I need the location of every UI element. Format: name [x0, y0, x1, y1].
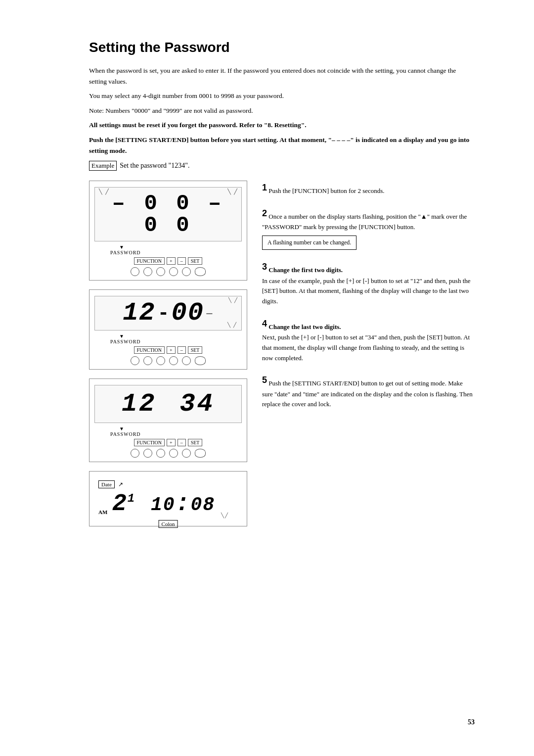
set-btn-2: SET — [188, 346, 203, 354]
step-4-number: 4 — [262, 319, 267, 329]
circles-row-1 — [94, 267, 242, 276]
display-digits-3b: 34 — [180, 391, 215, 417]
diag-right-2: ╲ ╱ — [228, 297, 237, 303]
circle-3f — [195, 449, 206, 458]
circle-1c — [156, 267, 165, 276]
am-label: AM — [98, 509, 107, 515]
password-label-3: PASSWORD — [94, 431, 242, 437]
step-3-text: In case of the example, push the [+] or … — [262, 277, 471, 305]
circle-1b — [143, 267, 152, 276]
diag-left-1: ╲ ╱ — [99, 189, 109, 195]
display-digits-2a: 12 — [123, 300, 155, 326]
step-5: 5 Push the [SETTING START/END] button to… — [262, 373, 475, 410]
example-label: Example — [89, 161, 117, 171]
plus-btn-1: + — [167, 257, 176, 265]
flashing-note: A flashing number can be changed. — [262, 236, 356, 250]
step-3: 3 Change the first two digits. In case o… — [262, 260, 475, 307]
password-arrow-1: ▼ — [94, 244, 242, 250]
diag-bottom-2: ╲ ╱ — [227, 322, 236, 328]
circle-3d — [169, 449, 178, 458]
display-dash-2: – — [205, 306, 214, 321]
circle-2a — [131, 356, 139, 365]
step-5-number: 5 — [262, 375, 267, 385]
circle-2b — [143, 356, 152, 365]
display-digits-3a: 12 — [122, 391, 156, 417]
panel-4: Date ↗ AM 21 10:08 ╲ ╱ Colon — [89, 471, 247, 526]
function-btn-3: FUNCTION — [134, 439, 165, 446]
step-4-title: Change the last two digits. — [268, 323, 341, 331]
diag-p4: ╲ ╱ — [221, 513, 228, 518]
page-title: Setting the Password — [89, 40, 475, 55]
step-2-text: Once a number on the display starts flas… — [262, 213, 467, 231]
display-digits-1: – 0 0 – 0 0 — [97, 192, 239, 236]
function-btn-2: FUNCTION — [134, 346, 165, 354]
circle-3c — [156, 449, 165, 458]
set-btn-1: SET — [188, 257, 203, 265]
plus-btn-3: + — [167, 439, 176, 446]
circle-2d — [169, 356, 178, 365]
intro-para-2: You may select any 4-digit number from 0… — [89, 91, 475, 101]
step-3-title: Change the first two digits. — [268, 267, 343, 274]
circle-1a — [131, 267, 139, 276]
circle-1f — [195, 267, 206, 276]
panel-2: ╲ ╱ 12 - 00 – ╲ ╱ ▼ PASSWORD FUNCTION + … — [89, 289, 247, 370]
step-3-number: 3 — [262, 262, 267, 272]
password-label-1: PASSWORD — [94, 250, 242, 255]
circle-2f — [195, 356, 206, 365]
display-screen-1: ╲ ╱ ╲ ╱ – 0 0 – 0 0 — [94, 187, 242, 241]
password-label-2: PASSWORD — [94, 339, 242, 344]
colon-label: Colon — [159, 520, 178, 528]
step-1-number: 1 — [262, 183, 267, 192]
plus-btn-2: + — [167, 346, 176, 354]
step-1-text: Push the [FUNCTION] button for 2 seconds… — [268, 187, 384, 194]
step-4: 4 Change the last two digits. Next, push… — [262, 317, 475, 364]
display-screen-2: ╲ ╱ 12 - 00 – ╲ ╱ — [94, 296, 242, 331]
panel-3: 12 34 ▼ PASSWORD FUNCTION + – SET — [89, 378, 247, 462]
minus-btn-2: – — [178, 346, 186, 354]
minus-btn-3: – — [178, 439, 186, 446]
display-space-3 — [160, 389, 176, 419]
display-digits-2b: 00 — [172, 300, 204, 326]
set-btn-3: SET — [188, 439, 203, 446]
example-line: Example Set the password "1234". — [89, 161, 475, 171]
content-area: ╲ ╱ ╲ ╱ – 0 0 – 0 0 ▼ PASSWORD FUNCTION … — [89, 181, 475, 535]
step-2: 2 Once a number on the display starts fl… — [262, 206, 475, 250]
intro-para-3: Note: Numbers "0000" and "9999" are not … — [89, 105, 475, 116]
circle-2e — [182, 356, 191, 365]
step-2-number: 2 — [262, 208, 267, 218]
page-container: Setting the Password When the password i… — [0, 0, 534, 575]
circle-1e — [182, 267, 191, 276]
circles-row-2 — [94, 356, 242, 365]
password-arrow-3: ▼ — [94, 426, 242, 431]
left-column: ╲ ╱ ╲ ╱ – 0 0 – 0 0 ▼ PASSWORD FUNCTION … — [89, 181, 247, 535]
bold-note-1: All settings must be reset if you forget… — [89, 120, 475, 131]
datetime-display: 21 10:08 — [98, 490, 215, 517]
display-sep-2: - — [158, 302, 170, 325]
display-screen-3: 12 34 — [94, 385, 242, 423]
button-row-2: FUNCTION + – SET — [94, 346, 242, 354]
step-4-text: Next, push the [+] or [-] button to set … — [262, 333, 470, 362]
diag-right-1: ╲ ╱ — [227, 189, 237, 195]
circles-row-3 — [94, 449, 242, 458]
date-arrow: ↗ — [118, 481, 123, 488]
button-row-3: FUNCTION + – SET — [94, 439, 242, 446]
panel-1: ╲ ╱ ╲ ╱ – 0 0 – 0 0 ▼ PASSWORD FUNCTION … — [89, 181, 247, 281]
circle-3b — [143, 449, 152, 458]
step-1: 1 Push the [FUNCTION] button for 2 secon… — [262, 181, 475, 196]
bold-note-2: Push the [SETTING START/END] button befo… — [89, 135, 475, 156]
example-text: Set the password "1234". — [120, 162, 189, 170]
circle-3a — [131, 449, 139, 458]
circle-1d — [169, 267, 178, 276]
function-btn-1: FUNCTION — [134, 257, 165, 265]
circle-3e — [182, 449, 191, 458]
password-arrow-2: ▼ — [94, 333, 242, 339]
right-column: 1 Push the [FUNCTION] button for 2 secon… — [262, 181, 475, 535]
intro-para-1: When the password is set, you are asked … — [89, 65, 475, 87]
circle-2c — [156, 356, 165, 365]
date-label: Date — [98, 480, 115, 488]
button-row-1: FUNCTION + – SET — [94, 257, 242, 265]
minus-btn-1: – — [178, 257, 186, 265]
page-number: 53 — [468, 718, 475, 726]
step-5-text: Push the [SETTING START/END] button to g… — [262, 380, 473, 408]
